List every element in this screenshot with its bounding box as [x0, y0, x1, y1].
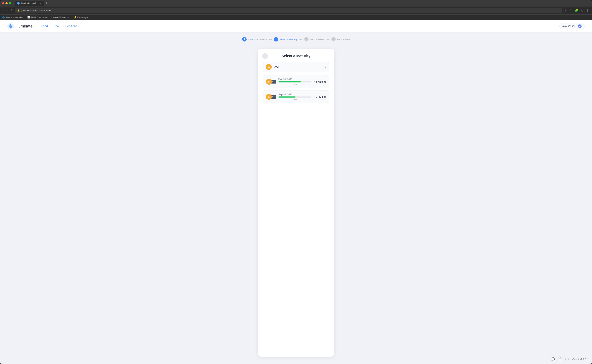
bookmark-label: Personal Website... [6, 16, 24, 19]
bookmark-personal-website[interactable]: 🌐 Personal Website... [2, 16, 24, 19]
step-1: 1 Select a Currency [242, 37, 267, 41]
refresh-button[interactable]: ↻ [10, 8, 14, 13]
step-2: 2 Select a Maturity [274, 37, 297, 41]
dai-icon-1: ◈ [266, 94, 272, 100]
toolbar-actions: ⬆ ☆ 🧩 ⧉ ⋮ [563, 8, 590, 13]
address-bar[interactable]: 🔒 goerli.illuminate.finance/lend [15, 8, 562, 13]
card-title: Select a Maturity [263, 54, 329, 58]
new-tab-button[interactable]: + [44, 1, 49, 5]
close-traffic-light[interactable] [2, 2, 4, 4]
maturity-icons-1: ◈ DAI [266, 94, 276, 100]
app-logo: illuminate [7, 23, 33, 29]
maturity-days-0: 191 d [278, 83, 311, 85]
app-header: illuminate Lend Pool Positions 0xed8539D… [0, 20, 592, 32]
svg-text:◈: ◈ [268, 80, 270, 83]
version-label: v1.2.0 [580, 358, 586, 361]
maturity-date-0: Dec 30, 2023 [278, 78, 311, 81]
svg-text:◈: ◈ [268, 96, 270, 98]
dai-circle-svg-0: ◈ [266, 79, 272, 85]
expand-button[interactable]: ⌄ [588, 2, 590, 5]
currency-selector[interactable]: ◈ DAI ▾ [263, 62, 329, 72]
share-button[interactable]: ⬆ [563, 8, 567, 13]
browser-toolbar: ‹ › ↻ 🔒 goerli.illuminate.finance/lend ⬆… [0, 6, 592, 14]
extension-button[interactable]: 🧩 [574, 8, 579, 13]
browser-window: 💧 Illuminate Lend × + ⌄ ‹ › ↻ 🔒 goerli.i… [0, 0, 592, 364]
wallet-address: 0xed8539D... [563, 25, 577, 28]
connector-2: — [299, 38, 302, 41]
page-footer: 💬 📄 </> Goerli v1.2.0 ▾ [551, 357, 588, 361]
maturity-card: ‹ Select a Maturity ◈ DAI ▾ [258, 49, 334, 357]
step-3-label: Lend Preview [310, 38, 324, 41]
step-2-circle: 2 [274, 37, 278, 41]
main-area: ‹ Select a Maturity ◈ DAI ▾ [0, 45, 592, 364]
maturity-info-0: Dec 30, 2023 191 d [278, 78, 311, 85]
app-nav: Lend Pool Positions [41, 25, 77, 28]
personal-website-icon: 🌐 [2, 16, 5, 19]
bookmark-button[interactable]: ☆ [568, 8, 572, 13]
steps-indicator: 1 Select a Currency — 2 Select a Maturit… [0, 32, 592, 45]
illuminate-logo-icon [7, 23, 14, 29]
tab-bar: 💧 Illuminate Lend × + [14, 1, 586, 6]
nav-lend[interactable]: Lend [41, 25, 48, 28]
maturity-info-1: Sep 30, 2023 100 d [278, 93, 311, 100]
forward-button[interactable]: › [6, 8, 8, 13]
page-content: illuminate Lend Pool Positions 0xed8539D… [0, 20, 592, 364]
tab-title: Illuminate Lend [21, 2, 35, 5]
code-icon[interactable]: </> [565, 357, 569, 361]
bookmark-kevin-hyde[interactable]: 🔑 Kevin Hyde [74, 16, 88, 19]
tab-close-button[interactable]: × [40, 2, 41, 5]
maximize-traffic-light[interactable] [9, 2, 11, 4]
maturity-rate-1: ~ 7.474 % [314, 95, 326, 98]
step-4-label: Lend Result [337, 38, 350, 41]
discord-icon[interactable]: 💬 [551, 357, 555, 361]
back-button[interactable]: ‹ [2, 8, 5, 13]
progress-bar-1 [278, 97, 311, 98]
nav-pool[interactable]: Pool [54, 25, 60, 28]
maturity-icons-0: ◈ DAI [266, 79, 276, 85]
bookmark-para-dashboard[interactable]: 📊 PARA Dashboard [27, 16, 47, 19]
back-button[interactable]: ‹ [262, 53, 268, 59]
active-tab[interactable]: 💧 Illuminate Lend × [14, 1, 44, 6]
progress-fill-1 [278, 97, 296, 98]
progress-fill-0 [278, 81, 301, 82]
browser-titlebar: 💧 Illuminate Lend × + ⌄ [0, 0, 592, 6]
documentation-icon[interactable]: 📄 [558, 357, 562, 361]
step-3-circle: 3 [304, 37, 309, 41]
maturity-item-1[interactable]: ◈ DAI Sep 30, 2023 100 d ~ 7.474 % [263, 90, 329, 103]
lock-icon: 🔒 [17, 9, 20, 12]
minimize-traffic-light[interactable] [6, 2, 8, 4]
nav-positions[interactable]: Positions [65, 25, 77, 28]
sideview-button[interactable]: ⧉ [580, 8, 584, 13]
maturity-date-1: Sep 30, 2023 [278, 93, 311, 96]
maturity-rate-0: ~ 8.618 % [314, 80, 326, 83]
dai-logo-svg: ◈ [266, 64, 272, 70]
bookmark-swivel[interactable]: ⚙ swivel/Swivel.sol... [50, 16, 71, 19]
dai-badge-0: DAI [271, 80, 276, 84]
maturity-item-0[interactable]: ◈ DAI Dec 30, 2023 191 d ~ 8.618 % [263, 75, 329, 88]
svg-text:◈: ◈ [268, 66, 270, 68]
ethereum-icon: ◆ [578, 24, 582, 28]
connector-1: — [269, 38, 272, 41]
url-display: goerli.illuminate.finance/lend [21, 9, 51, 12]
currency-name: DAI [274, 65, 279, 69]
connector-3: — [327, 38, 329, 41]
dropdown-arrow-icon: ▾ [325, 65, 326, 69]
dai-currency-icon: ◈ [266, 64, 272, 70]
dai-badge-1: DAI [271, 95, 276, 99]
more-button[interactable]: ⋮ [585, 8, 590, 13]
dai-icon-0: ◈ [266, 79, 272, 85]
bookmarks-bar: 🌐 Personal Website... 📊 PARA Dashboard ⚙… [0, 14, 592, 20]
tab-favicon-icon: 💧 [17, 2, 20, 5]
bookmark-label: Kevin Hyde [77, 16, 88, 19]
bookmark-label: PARA Dashboard [31, 16, 47, 19]
step-4-circle: 4 [331, 37, 336, 41]
wallet-button[interactable]: 0xed8539D... ◆ [559, 23, 585, 29]
bookmark-label: swivel/Swivel.sol... [53, 16, 71, 19]
network-version[interactable]: Goerli v1.2.0 ▾ [572, 358, 588, 361]
swivel-icon: ⚙ [50, 16, 52, 19]
version-chevron-icon: ▾ [587, 358, 588, 360]
network-label: Goerli [572, 358, 579, 361]
step-3: 3 Lend Preview [304, 37, 324, 41]
step-4: 4 Lend Result [331, 37, 350, 41]
step-2-label: Select a Maturity [280, 38, 297, 41]
